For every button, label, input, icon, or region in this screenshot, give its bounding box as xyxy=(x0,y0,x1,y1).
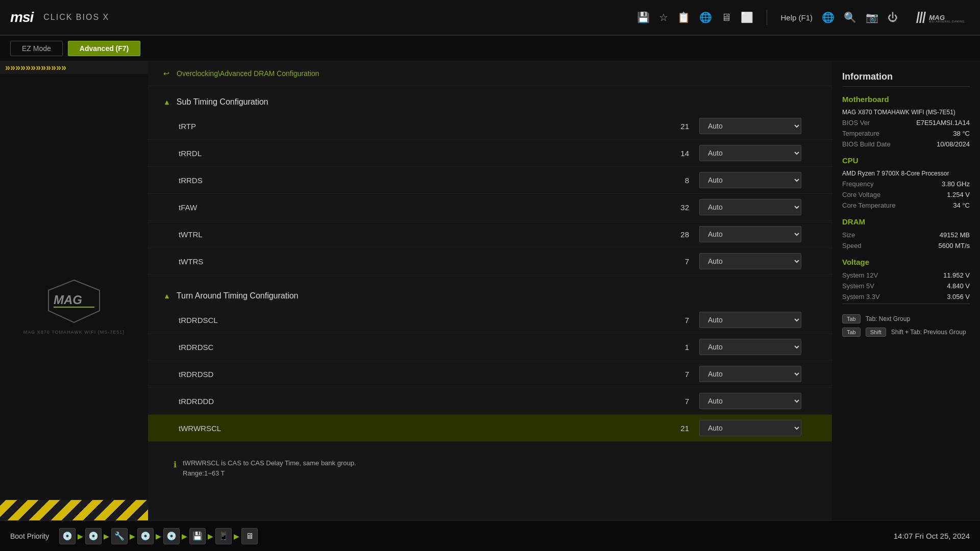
bios-build-row: BIOS Build Date 10/08/2024 xyxy=(842,140,970,148)
table-row: tFAW 32 Auto xyxy=(148,194,832,221)
frequency-row: Frequency 3.80 GHz xyxy=(842,180,970,188)
boot-device-5[interactable]: 💿 xyxy=(163,528,180,544)
turn-around-section: ▲ Turn Around Timing Configuration tRDRD… xyxy=(148,280,832,447)
core-voltage-row: Core Voltage 1.254 V xyxy=(842,191,970,198)
boot-device-3[interactable]: 🔧 xyxy=(111,528,128,544)
boot-arrow-1: ▶ xyxy=(78,532,83,540)
table-row: tRDRDDD 7 Auto xyxy=(148,388,832,415)
table-row: tWTRS 7 Auto xyxy=(148,248,832,275)
save-icon[interactable]: 💾 xyxy=(637,11,650,23)
boot-priority-label: Boot Priority xyxy=(10,532,49,540)
ez-mode-button[interactable]: EZ Mode xyxy=(10,41,63,56)
twtrl-dropdown[interactable]: Auto xyxy=(699,226,801,242)
advanced-mode-button[interactable]: Advanced (F7) xyxy=(68,41,140,56)
breadcrumb-path: Overclocking\Advanced DRAM Configuration xyxy=(177,69,319,78)
tfaw-value: 32 xyxy=(658,203,689,212)
sidebar-logo-area: MAG MAG X870 TOMAHAWK WIFI (MS-7E51) xyxy=(23,278,125,335)
core-voltage-value: 1.254 V xyxy=(947,191,970,198)
trrds-dropdown[interactable]: Auto xyxy=(699,172,801,188)
trdrdsd-dropdown[interactable]: Auto xyxy=(699,366,801,382)
trdrdscl-value: 7 xyxy=(658,316,689,324)
monitor-icon[interactable]: 🖥 xyxy=(721,12,731,23)
tab-next-label: Tab: Next Group xyxy=(866,315,910,322)
cpu-icon[interactable]: ⬜ xyxy=(741,11,753,23)
hint-text-container: tWRWRSCL is CAS to CAS Delay Time, same … xyxy=(183,458,356,478)
main-layout: »»»»»»»»»»»» MAG MAG X870 TOMAHAWK WIFI … xyxy=(0,61,980,520)
core-temp-label: Core Temperature xyxy=(842,202,896,209)
motherboard-name-row: MAG X870 TOMAHAWK WIFI (MS-7E51) xyxy=(842,109,970,116)
boot-device-2[interactable]: 💿 xyxy=(85,528,102,544)
cpu-name-row: AMD Ryzen 7 9700X 8-Core Processor xyxy=(842,170,970,177)
core-temp-row: Core Temperature 34 °C xyxy=(842,202,970,209)
mag-shield-icon: MAG xyxy=(46,278,102,323)
boot-device-8[interactable]: 🖥 xyxy=(241,528,258,544)
turn-around-title: Turn Around Timing Configuration xyxy=(177,291,299,300)
chevron-icon: »»»»»»»»»»»» xyxy=(5,62,66,73)
dram-size-row: Size 49152 MB xyxy=(842,231,970,239)
boot-device-4[interactable]: 💿 xyxy=(137,528,154,544)
tab-next-hint: Tab Tab: Next Group xyxy=(842,314,970,323)
mag-bars-icon xyxy=(917,12,925,23)
boot-device-6[interactable]: 💾 xyxy=(189,528,206,544)
boot-device-7[interactable]: 📱 xyxy=(215,528,232,544)
trdrdscl-label: tRDRDSCL xyxy=(179,316,658,324)
table-row: tRDRDSD 7 Auto xyxy=(148,361,832,388)
sidebar: »»»»»»»»»»»» MAG MAG X870 TOMAHAWK WIFI … xyxy=(0,61,148,520)
tab-prev-hint: Tab Shift Shift + Tab: Previous Group xyxy=(842,328,970,337)
settings-icon[interactable]: 🌐 xyxy=(699,11,712,23)
sub-timing-section: ▲ Sub Timing Configuration tRTP 21 Auto … xyxy=(148,86,832,280)
temperature-label: Temperature xyxy=(842,130,879,137)
power-icon[interactable]: ⏻ xyxy=(888,12,898,23)
trdrdscl-dropdown[interactable]: Auto xyxy=(699,312,801,328)
content-area: ↩ Overclocking\Advanced DRAM Configurati… xyxy=(148,61,832,520)
trdrdsc-dropdown[interactable]: Auto xyxy=(699,339,801,355)
boot-arrow-2: ▶ xyxy=(104,532,109,540)
trdrddd-label: tRDRDDD xyxy=(179,397,658,406)
twtrs-dropdown[interactable]: Auto xyxy=(699,253,801,269)
voltage-section-title: Voltage xyxy=(842,258,970,266)
trrdl-label: tRRDL xyxy=(179,149,658,158)
info-icon: ℹ xyxy=(174,459,177,478)
back-arrow-icon[interactable]: ↩ xyxy=(163,69,169,78)
sys12v-label: System 12V xyxy=(842,271,878,279)
mag-logo: MAG MSI ARSENAL GAMING xyxy=(917,10,970,25)
dram-size-label: Size xyxy=(842,231,855,239)
bottom-bar: Boot Priority 💿 ▶ 💿 ▶ 🔧 ▶ 💿 ▶ 💿 ▶ 💾 ▶ 📱 … xyxy=(0,520,980,551)
info-panel-title: Information xyxy=(842,71,970,87)
sys12v-row: System 12V 11.952 V xyxy=(842,271,970,279)
hint-box: ℹ tWRWRSCL is CAS to CAS Delay Time, sam… xyxy=(163,452,817,484)
camera-icon[interactable]: 📷 xyxy=(866,11,878,23)
bios-ver-value: E7E51AMSI.1A14 xyxy=(916,119,970,127)
boot-arrow-3: ▶ xyxy=(130,532,135,540)
tab-hints: Tab Tab: Next Group Tab Shift Shift + Ta… xyxy=(842,304,970,337)
trtp-dropdown[interactable]: Auto xyxy=(699,118,801,134)
favorite-icon[interactable]: ☆ xyxy=(659,11,668,23)
header: msi CLICK BIOS X 💾 ☆ 📋 🌐 🖥 ⬜ Help (F1) 🌐… xyxy=(0,0,980,36)
collapse-icon: ▲ xyxy=(163,98,170,106)
sub-timing-title: Sub Timing Configuration xyxy=(177,97,268,107)
sub-timing-header[interactable]: ▲ Sub Timing Configuration xyxy=(148,91,832,113)
globe-icon[interactable]: 🌐 xyxy=(822,11,835,23)
tab-prev-label: Shift + Tab: Previous Group xyxy=(891,329,966,336)
trrdl-value: 14 xyxy=(658,149,689,158)
trrds-label: tRRDS xyxy=(179,176,658,185)
motherboard-name: MAG X870 TOMAHAWK WIFI (MS-7E51) xyxy=(842,109,955,116)
turn-around-header[interactable]: ▲ Turn Around Timing Configuration xyxy=(148,285,832,307)
trrdl-dropdown[interactable]: Auto xyxy=(699,145,801,161)
profile-icon[interactable]: 📋 xyxy=(677,11,690,23)
header-divider xyxy=(767,10,767,25)
bios-title: CLICK BIOS X xyxy=(43,13,109,22)
cpu-section-title: CPU xyxy=(842,156,970,165)
temperature-value: 38 °C xyxy=(953,130,970,137)
breadcrumb[interactable]: ↩ Overclocking\Advanced DRAM Configurati… xyxy=(148,61,832,86)
tfaw-label: tFAW xyxy=(179,203,658,212)
twrwrscl-label: tWRWRSCL xyxy=(179,424,658,433)
trdrddd-dropdown[interactable]: Auto xyxy=(699,393,801,409)
twrwrscl-dropdown[interactable]: Auto xyxy=(699,420,801,436)
help-label[interactable]: Help (F1) xyxy=(780,13,813,22)
sys33v-label: System 3.3V xyxy=(842,293,880,300)
bios-ver-label: BIOS Ver xyxy=(842,119,870,127)
tfaw-dropdown[interactable]: Auto xyxy=(699,199,801,215)
boot-device-1[interactable]: 💿 xyxy=(59,528,76,544)
search-icon[interactable]: 🔍 xyxy=(844,11,856,23)
